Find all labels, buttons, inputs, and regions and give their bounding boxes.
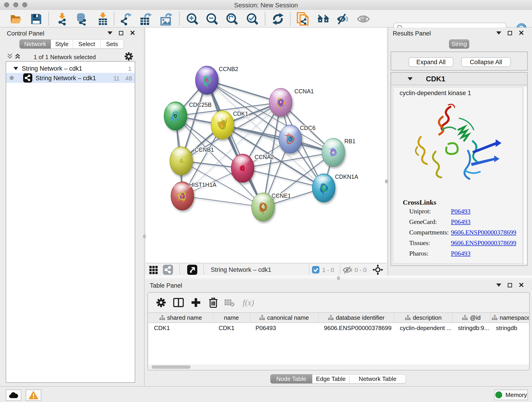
save-session-icon[interactable] [30, 13, 43, 26]
node-label: CCNA1 [294, 88, 314, 95]
collection-expand-icon[interactable] [13, 67, 18, 70]
network-node-ccnb2[interactable]: CCNB2 [196, 66, 238, 95]
column-header-description[interactable]: description [394, 313, 452, 322]
tab-style[interactable]: Style [51, 39, 73, 49]
tab-node-table[interactable]: Node Table [270, 374, 312, 383]
table-cell[interactable]: cyclin-dependent ... [394, 323, 452, 333]
network-edge-count: 48 [125, 75, 132, 82]
column-header--id[interactable]: @id [452, 313, 491, 322]
panel-menu-icon[interactable] [496, 283, 501, 287]
delete-column-trash-icon[interactable] [207, 296, 220, 309]
collapse-all-button[interactable]: Collapse All [461, 57, 511, 67]
table-options-gear-icon[interactable] [154, 296, 168, 309]
cloud-status-button[interactable] [6, 389, 21, 401]
splitter-grip-icon[interactable] [337, 276, 340, 280]
column-header-shared-name[interactable]: shared name [148, 313, 213, 322]
network-collection-row[interactable]: String Network – cdk1 1 [6, 64, 135, 73]
network-edge[interactable] [182, 196, 263, 207]
crosslink-link[interactable]: P06493 [451, 208, 471, 215]
export-image-icon[interactable] [160, 13, 173, 26]
section-collapse-icon[interactable] [408, 77, 413, 80]
panel-menu-icon[interactable] [496, 32, 501, 35]
eye-orb-icon[interactable] [357, 13, 370, 26]
panel-float-icon[interactable] [508, 283, 512, 287]
table-cell[interactable]: stringdb [491, 323, 529, 333]
splitter-grip-icon[interactable] [143, 235, 146, 238]
column-header-database-identifier[interactable]: database identifier [318, 313, 394, 322]
network-node-ccne1[interactable]: CCNE1 [252, 192, 291, 221]
cdk1-section-header[interactable]: CDK1 [391, 73, 527, 85]
import-network-icon[interactable] [56, 13, 69, 26]
export-network-icon[interactable] [120, 13, 133, 26]
tab-edge-table[interactable]: Edge Table [312, 374, 350, 383]
network-canvas[interactable]: CCNB2CCNA1CDC25BCDK1CDC6RB1CCNB1CCNA2CDK… [146, 27, 387, 276]
net-toolbar-separator [309, 264, 309, 274]
warning-status-button[interactable] [26, 389, 41, 401]
tab-network[interactable]: Network [19, 39, 51, 49]
import-table-icon[interactable] [96, 13, 109, 26]
table-cell[interactable]: CDK1 [148, 323, 213, 333]
export-table-icon[interactable] [139, 13, 152, 26]
crosslink-link[interactable]: P06493 [451, 250, 471, 257]
table-cell[interactable]: stringdb:9... [452, 323, 491, 333]
scrollbar-thumb[interactable] [152, 365, 191, 369]
panel-close-icon[interactable]: ✕ [519, 283, 524, 287]
node-table[interactable]: shared namenamecanonical namedatabase id… [148, 313, 529, 364]
open-in-window-icon[interactable] [187, 265, 197, 275]
panel-menu-icon[interactable] [108, 32, 113, 35]
grid-view-icon[interactable] [149, 265, 158, 274]
table-row[interactable]: CDK1CDK1P064939606.ENSP00000378699cyclin… [148, 323, 529, 333]
zoom-fit-icon[interactable] [226, 13, 239, 26]
crosslink-label: GeneCard: [409, 218, 437, 225]
copy-share-document-icon[interactable] [297, 13, 309, 26]
tab-network-table[interactable]: Network Table [350, 374, 406, 383]
panel-float-icon[interactable] [119, 31, 123, 35]
horizontal-splitter[interactable] [145, 276, 532, 280]
fit-content-crosshair-icon[interactable] [373, 264, 383, 275]
tab-select[interactable]: Select [73, 39, 101, 49]
column-hierarchy-icon [159, 315, 165, 320]
network-row-selected[interactable]: String Network – cdk1 11 48 [6, 73, 135, 83]
column-header-label: database identifier [336, 314, 385, 321]
crosslink-link[interactable]: P06493 [451, 218, 471, 225]
network-node-rb1[interactable]: RB1 [322, 138, 355, 167]
refresh-icon[interactable] [272, 13, 284, 26]
panel-float-icon[interactable] [508, 31, 512, 35]
table-cell[interactable]: P06493 [250, 323, 318, 333]
tab-string[interactable]: String [449, 39, 469, 49]
network-node-cdkn1a[interactable]: CDKN1A [312, 173, 358, 202]
table-cell[interactable]: CDK1 [213, 323, 250, 333]
results-scrollbar[interactable] [524, 87, 527, 264]
hidden-eye-icon[interactable] [343, 266, 352, 274]
crosslink-link[interactable]: 9606.ENSP00000378699 [451, 239, 516, 247]
expand-all-button[interactable]: Expand All [409, 57, 453, 67]
open-session-icon[interactable] [10, 13, 22, 26]
column-header-name[interactable]: name [213, 313, 250, 322]
table-cell[interactable]: 9606.ENSP00000378699 [318, 323, 394, 333]
zoom-in-icon[interactable] [186, 13, 199, 26]
column-header-canonical-name[interactable]: canonical name [250, 313, 318, 322]
string-network-graph[interactable]: CCNB2CCNA1CDC25BCDK1CDC6RB1CCNB1CCNA2CDK… [146, 27, 387, 263]
crosslink-link[interactable]: 9606.ENSP00000378699 [451, 229, 516, 236]
network-edge[interactable] [207, 80, 263, 207]
show-columns-icon[interactable] [172, 296, 185, 309]
tab-sets[interactable]: Sets [101, 39, 124, 49]
zoom-out-icon[interactable] [206, 13, 219, 26]
splitter-grip-icon[interactable] [385, 179, 388, 183]
home-networks-icon[interactable] [317, 13, 330, 26]
panel-close-icon[interactable]: ✕ [130, 31, 135, 35]
hide-eye-wave-icon[interactable] [336, 13, 349, 26]
add-column-icon[interactable] [189, 296, 203, 309]
network-edge[interactable] [243, 168, 324, 188]
panel-close-icon[interactable]: ✕ [519, 31, 524, 35]
network-node-hist1h1a[interactable]: HIST1H1A [171, 182, 216, 210]
memory-button[interactable]: Memory [494, 390, 528, 400]
network-share-icon[interactable] [163, 265, 173, 275]
zoom-selected-icon[interactable] [246, 13, 259, 26]
table-hscrollbar[interactable] [148, 364, 529, 370]
column-header-namespace[interactable]: namespace [491, 313, 529, 322]
network-options-gear-icon[interactable] [124, 52, 133, 61]
network-edge[interactable] [222, 125, 333, 153]
selected-checkbox-icon[interactable] [312, 266, 319, 274]
import-database-icon[interactable] [75, 13, 88, 26]
